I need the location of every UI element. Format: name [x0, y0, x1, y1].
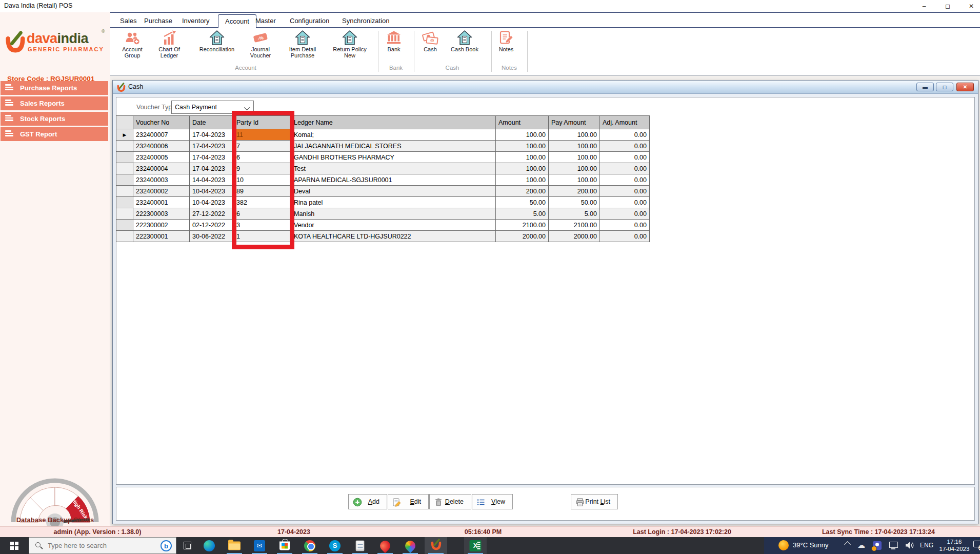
- ribbon-button-chart-of-ledger[interactable]: Chart Of Ledger: [152, 30, 186, 67]
- notepad-icon[interactable]: [349, 537, 371, 554]
- cell-party-id[interactable]: 7: [234, 141, 293, 152]
- cell-adj-amount[interactable]: 0.00: [600, 152, 650, 163]
- cell-party-id[interactable]: 11: [234, 129, 293, 141]
- ribbon-button-reconciliation[interactable]: Reconciliation: [192, 30, 242, 67]
- cell-party-id[interactable]: 6: [234, 208, 293, 220]
- cell-ledger-name[interactable]: Komal;: [293, 129, 496, 141]
- tray-chevron-up-icon[interactable]: [844, 541, 851, 548]
- table-row[interactable]: 23240000417-04-20239Test100.00100.000.00: [116, 163, 650, 174]
- tab-configuration[interactable]: Configuration: [283, 14, 336, 28]
- cell-voucher-no[interactable]: 222300002: [133, 220, 190, 231]
- cell-pay-amount[interactable]: 100.00: [549, 163, 600, 174]
- cell-pay-amount[interactable]: 2000.00: [549, 231, 600, 242]
- ribbon-button-cash-book[interactable]: Cash Book: [450, 30, 479, 67]
- cell-ledger-name[interactable]: Test: [293, 163, 496, 174]
- paint-droplet-icon[interactable]: [399, 537, 422, 554]
- cell-party-id[interactable]: 6: [234, 152, 293, 163]
- sidebar-item-stock-reports[interactable]: Stock Reports: [1, 112, 108, 126]
- volume-icon[interactable]: [905, 541, 915, 549]
- cell-voucher-no[interactable]: 222300003: [133, 208, 190, 220]
- cell-party-id[interactable]: 3: [234, 220, 293, 231]
- onedrive-cloud-icon[interactable]: ☁: [857, 541, 865, 549]
- cell-adj-amount[interactable]: 0.00: [600, 174, 650, 186]
- cell-ledger-name[interactable]: Deval: [293, 186, 496, 197]
- cell-ledger-name[interactable]: Vendor: [293, 220, 496, 231]
- edge-icon[interactable]: [198, 537, 221, 554]
- notification-center-icon[interactable]: 21: [973, 541, 980, 549]
- edit-button[interactable]: Edit: [388, 494, 429, 509]
- excel-icon[interactable]: X: [464, 537, 487, 554]
- store-icon[interactable]: [273, 537, 296, 554]
- sidebar-item-purchase-reports[interactable]: Purchase Reports: [1, 81, 108, 95]
- taskbar-clock[interactable]: 17:1617-04-2023: [938, 538, 970, 552]
- close-icon[interactable]: ✕: [959, 0, 980, 12]
- tab-inventory[interactable]: Inventory: [175, 14, 216, 28]
- column-header-indicator[interactable]: [116, 116, 133, 129]
- cell-party-id[interactable]: 89: [234, 186, 293, 197]
- voucher-type-dropdown[interactable]: Cash Payment: [171, 101, 254, 114]
- cell-amount[interactable]: 2000.00: [496, 231, 549, 242]
- cell-adj-amount[interactable]: 0.00: [600, 186, 650, 197]
- cell-pay-amount[interactable]: 100.00: [549, 174, 600, 186]
- delete-button[interactable]: Delete: [429, 494, 471, 509]
- table-row[interactable]: 22230000202-12-20223Vendor2100.002100.00…: [116, 220, 650, 231]
- cell-voucher-no[interactable]: 232400004: [133, 163, 190, 174]
- column-header-adj--amount[interactable]: Adj. Amount: [600, 116, 650, 129]
- cell-amount[interactable]: 100.00: [496, 141, 549, 152]
- teams-icon[interactable]: [873, 541, 882, 550]
- cell-adj-amount[interactable]: 0.00: [600, 220, 650, 231]
- column-header-ledger-name[interactable]: Ledger Name: [293, 116, 496, 129]
- cell-amount[interactable]: 100.00: [496, 174, 549, 186]
- cell-pay-amount[interactable]: 200.00: [549, 186, 600, 197]
- cell-amount[interactable]: 200.00: [496, 186, 549, 197]
- ribbon-button-journal-voucher[interactable]: -%Journal Voucher: [244, 30, 277, 67]
- language-indicator[interactable]: ENG: [920, 542, 933, 549]
- window-minimize-icon[interactable]: ▬: [916, 83, 934, 91]
- column-header-voucher-no[interactable]: Voucher No: [133, 116, 190, 129]
- table-row[interactable]: 23240000314-04-202310APARNA MEDICAL-SGJS…: [116, 174, 650, 186]
- table-row[interactable]: 23240000517-04-20236GANDHI BROTHERS PHAR…: [116, 152, 650, 163]
- table-row[interactable]: 22230000327-12-20226Manish5.005.000.00: [116, 208, 650, 220]
- table-row[interactable]: 23240000110-04-2023382Rina patel50.0050.…: [116, 197, 650, 208]
- file-explorer-icon[interactable]: [223, 537, 246, 554]
- cell-ledger-name[interactable]: Manish: [293, 208, 496, 220]
- cell-voucher-no[interactable]: 232400007: [133, 129, 190, 141]
- cell-adj-amount[interactable]: 0.00: [600, 141, 650, 152]
- cell-voucher-no[interactable]: 232400001: [133, 197, 190, 208]
- cell-date[interactable]: 14-04-2023: [190, 174, 234, 186]
- cell-amount[interactable]: 100.00: [496, 163, 549, 174]
- red-app-icon[interactable]: [374, 537, 396, 554]
- add-button[interactable]: Add: [348, 494, 387, 509]
- cell-party-id[interactable]: 9: [234, 163, 293, 174]
- start-button[interactable]: [0, 537, 29, 554]
- skype-icon[interactable]: S: [324, 537, 346, 554]
- print-list-button[interactable]: Print List: [571, 494, 618, 509]
- ribbon-button-item-detail-purchase[interactable]: Item Detail Purchase: [282, 30, 324, 67]
- column-header-pay-amount[interactable]: Pay Amount: [549, 116, 600, 129]
- ribbon-button-notes[interactable]: Notes: [492, 30, 521, 67]
- ribbon-button-cash[interactable]: $Cash: [416, 30, 445, 67]
- ribbon-button-account-group[interactable]: Account Group: [116, 30, 148, 67]
- cell-date[interactable]: 02-12-2022: [190, 220, 234, 231]
- cell-amount[interactable]: 50.00: [496, 197, 549, 208]
- cell-adj-amount[interactable]: 0.00: [600, 231, 650, 242]
- cell-ledger-name[interactable]: Rina patel: [293, 197, 496, 208]
- tab-synchronization[interactable]: Synchronization: [335, 14, 396, 28]
- cell-date[interactable]: 27-12-2022: [190, 208, 234, 220]
- cell-date[interactable]: 17-04-2023: [190, 129, 234, 141]
- cell-voucher-no[interactable]: 232400003: [133, 174, 190, 186]
- sidebar-item-sales-reports[interactable]: Sales Reports: [1, 96, 108, 110]
- cell-amount[interactable]: 5.00: [496, 208, 549, 220]
- taskbar-search[interactable]: b: [29, 537, 176, 554]
- cell-date[interactable]: 17-04-2023: [190, 141, 234, 152]
- window-close-icon[interactable]: ✕: [956, 83, 974, 91]
- weather-sun-icon[interactable]: [778, 540, 789, 550]
- cell-pay-amount[interactable]: 100.00: [549, 141, 600, 152]
- cell-adj-amount[interactable]: 0.00: [600, 129, 650, 141]
- cell-voucher-no[interactable]: 222300001: [133, 231, 190, 242]
- window-restore-icon[interactable]: ◻: [936, 83, 953, 91]
- ribbon-button-return-policy-new[interactable]: Return Policy New: [328, 30, 372, 67]
- bing-icon[interactable]: b: [161, 540, 172, 551]
- cell-date[interactable]: 10-04-2023: [190, 197, 234, 208]
- weather-text[interactable]: 39°C Sunny: [793, 541, 829, 549]
